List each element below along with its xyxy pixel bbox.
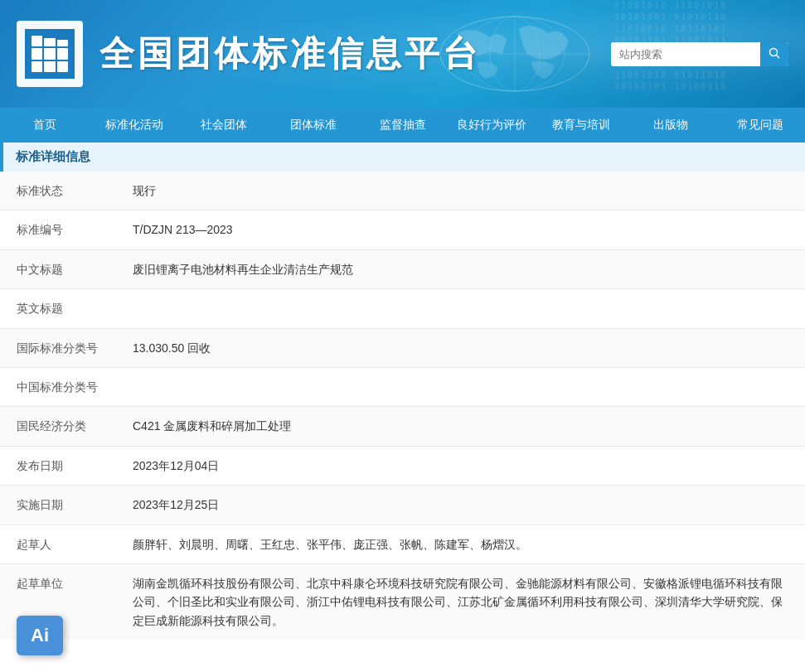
field-value: 2023年12月25日 [116, 486, 805, 525]
field-label: 中文标题 [0, 249, 116, 288]
table-row: 标准编号 T/DZJN 213—2023 [0, 210, 805, 249]
search-box [611, 42, 788, 66]
detail-table: 标准状态 现行 标准编号 T/DZJN 213—2023 中文标题 废旧锂离子电… [0, 172, 805, 640]
field-label: 标准状态 [0, 172, 116, 210]
section-title: 标准详细信息 [0, 143, 805, 172]
logo-bar-8 [44, 61, 55, 72]
field-value: C421 金属废料和碎屑加工处理 [116, 407, 805, 446]
table-row: 国际标准分类号 13.030.50 回收 [0, 328, 805, 367]
search-icon [769, 47, 780, 59]
table-row: 实施日期 2023年12月25日 [0, 486, 805, 525]
svg-line-6 [777, 55, 780, 58]
field-value [116, 289, 805, 328]
field-value: 2023年12月04日 [116, 446, 805, 485]
field-value: 13.030.50 回收 [116, 328, 805, 367]
table-row: 起草人 颜胖轩、刘晨明、周曙、王红忠、张平伟、庞正强、张帆、陈建军、杨熠汉。 [0, 525, 805, 563]
logo-grid [32, 36, 68, 72]
nav-item-society[interactable]: 社会团体 [179, 108, 269, 143]
nav-item-education[interactable]: 教育与培训 [536, 108, 626, 143]
svg-point-5 [770, 48, 778, 56]
logo-bar-1 [32, 36, 42, 46]
page-header: 01001010 1100101010101001 01010110110100… [0, 0, 805, 108]
logo-bar-6 [57, 48, 68, 59]
logo-bar-4 [32, 48, 42, 59]
nav-item-standardization[interactable]: 标准化活动 [90, 108, 179, 143]
main-nav: 首页 标准化活动 社会团体 团体标准 监督抽查 良好行为评价 教育与培训 出版物… [0, 108, 805, 143]
logo-inner [25, 29, 75, 79]
field-value: T/DZJN 213—2023 [116, 210, 805, 249]
field-label: 标准编号 [0, 210, 116, 249]
nav-item-good-behavior[interactable]: 良好行为评价 [447, 108, 536, 143]
logo-bar-3 [57, 40, 68, 46]
site-title: 全国团体标准信息平台 [99, 31, 481, 77]
search-input[interactable] [611, 44, 760, 65]
nav-item-publication[interactable]: 出版物 [626, 108, 715, 143]
table-row: 英文标题 [0, 289, 805, 328]
search-area [611, 42, 788, 66]
field-value: 颜胖轩、刘晨明、周曙、王红忠、张平伟、庞正强、张帆、陈建军、杨熠汉。 [116, 525, 805, 563]
logo-bar-2 [44, 38, 55, 47]
field-label: 发布日期 [0, 446, 116, 485]
logo-box [17, 21, 83, 87]
field-label: 英文标题 [0, 289, 116, 328]
ai-badge[interactable]: Ai [17, 616, 63, 640]
field-value [116, 367, 805, 406]
logo-bar-7 [32, 61, 42, 72]
table-row: 发布日期 2023年12月04日 [0, 446, 805, 485]
table-row: 国民经济分类 C421 金属废料和碎屑加工处理 [0, 407, 805, 446]
nav-item-faq[interactable]: 常见问题 [715, 108, 805, 143]
field-value: 湖南金凯循环科技股份有限公司、北京中科康仑环境科技研究院有限公司、金驰能源材料有… [116, 563, 805, 640]
nav-item-group-standard[interactable]: 团体标准 [269, 108, 358, 143]
field-label: 国民经济分类 [0, 407, 116, 446]
table-row: 中文标题 废旧锂离子电池材料再生企业清洁生产规范 [0, 249, 805, 288]
field-label: 中国标准分类号 [0, 367, 116, 406]
field-label: 实施日期 [0, 486, 116, 525]
field-value: 废旧锂离子电池材料再生企业清洁生产规范 [116, 249, 805, 288]
field-label: 国际标准分类号 [0, 328, 116, 367]
logo-bar-9 [57, 61, 68, 72]
nav-item-home[interactable]: 首页 [0, 108, 90, 143]
search-button[interactable] [760, 42, 788, 66]
field-label: 起草人 [0, 525, 116, 563]
nav-item-supervision[interactable]: 监督抽查 [358, 108, 448, 143]
field-value: 现行 [116, 172, 805, 210]
table-row: 起草单位 湖南金凯循环科技股份有限公司、北京中科康仑环境科技研究院有限公司、金驰… [0, 563, 805, 640]
table-row: 中国标准分类号 [0, 367, 805, 406]
logo-bar-5 [44, 48, 55, 59]
table-row: 标准状态 现行 [0, 172, 805, 210]
